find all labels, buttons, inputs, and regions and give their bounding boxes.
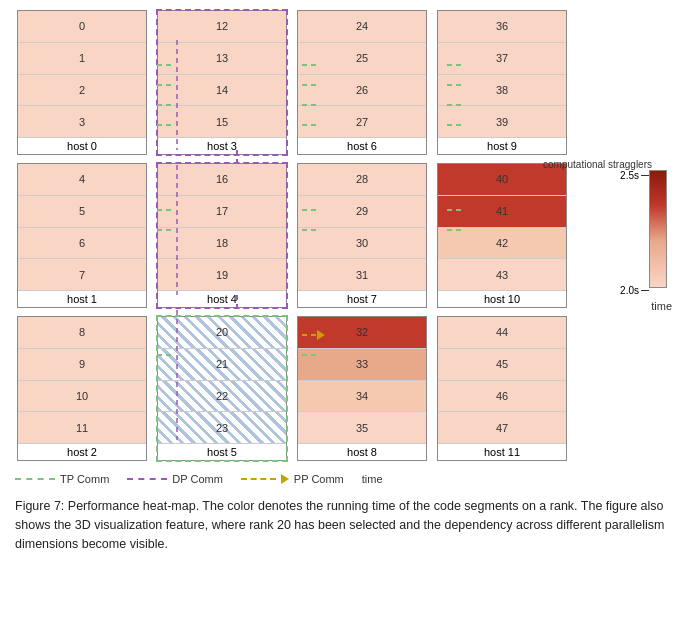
host-box-1: 4 5 6 7 host 1 [17,163,147,308]
host-box-5: 20 21 22 23 host 5 [157,316,287,461]
host-label-3: host 3 [158,137,286,154]
rank-9: 9 [18,349,146,381]
scale-tick-bottom: 2.0s [620,285,649,296]
legend-time: time [362,473,383,485]
legend: TP Comm DP Comm PP Comm time [10,473,674,485]
color-scale-bar [649,170,667,288]
rank-45: 45 [438,349,566,381]
scale-label-top: 2.5s [620,170,639,181]
host-box-7: 28 29 30 31 host 7 [297,163,427,308]
rank-19: 19 [158,259,286,290]
rank-38: 38 [438,75,566,107]
time-label: time [651,300,672,312]
dp-comm-label: DP Comm [172,473,223,485]
host-label-1: host 1 [18,290,146,307]
rank-20: 20 [158,317,286,349]
tp-comm-line [15,478,55,480]
rank-33: 33 [298,349,426,381]
host-label-9: host 9 [438,137,566,154]
rank-12: 12 [158,11,286,43]
legend-tp: TP Comm [15,473,109,485]
rank-34: 34 [298,381,426,413]
rank-39: 39 [438,106,566,137]
rank-4: 4 [18,164,146,196]
host-box-11: 44 45 46 47 host 11 [437,316,567,461]
rank-21: 21 [158,349,286,381]
rank-11: 11 [18,412,146,443]
legend-pp: PP Comm [241,473,344,485]
rank-47: 47 [438,412,566,443]
rank-24: 24 [298,11,426,43]
rank-41: 41 [438,196,566,228]
rank-31: 31 [298,259,426,290]
scale-label-bottom: 2.0s [620,285,639,296]
rank-29: 29 [298,196,426,228]
rank-10: 10 [18,381,146,413]
rank-28: 28 [298,164,426,196]
rank-1: 1 [18,43,146,75]
scale-tick-top: 2.5s [620,170,649,181]
host-label-11: host 11 [438,443,566,460]
host-box-2: 8 9 10 11 host 2 [17,316,147,461]
host-box-10: 40 41 42 43 host 10 [437,163,567,308]
rank-18: 18 [158,228,286,260]
host-grid: 0 1 2 3 host 0 12 13 14 15 host 3 24 25 … [17,10,672,461]
tp-comm-label: TP Comm [60,473,109,485]
rank-22: 22 [158,381,286,413]
host-label-2: host 2 [18,443,146,460]
host-box-0: 0 1 2 3 host 0 [17,10,147,155]
rank-8: 8 [18,317,146,349]
rank-13: 13 [158,43,286,75]
rank-27: 27 [298,106,426,137]
host-box-8: 32 33 34 35 host 8 [297,316,427,461]
rank-43: 43 [438,259,566,290]
host-box-6: 24 25 26 27 host 6 [297,10,427,155]
host-label-6: host 6 [298,137,426,154]
rank-36: 36 [438,11,566,43]
rank-16: 16 [158,164,286,196]
rank-0: 0 [18,11,146,43]
host-box-9: 36 37 38 39 host 9 [437,10,567,155]
stragglers-text: computational stragglers [543,159,652,170]
pp-comm-line [241,478,276,480]
rank-17: 17 [158,196,286,228]
rank-32: 32 [298,317,426,349]
host-box-3: 12 13 14 15 host 3 [157,10,287,155]
rank-46: 46 [438,381,566,413]
rank-26: 26 [298,75,426,107]
rank-23: 23 [158,412,286,443]
rank-7: 7 [18,259,146,290]
legend-dp: DP Comm [127,473,223,485]
rank-37: 37 [438,43,566,75]
host-label-10: host 10 [438,290,566,307]
rank-42: 42 [438,228,566,260]
rank-6: 6 [18,228,146,260]
time-axis-label: time [362,473,383,485]
rank-2: 2 [18,75,146,107]
rank-35: 35 [298,412,426,443]
rank-15: 15 [158,106,286,137]
host-label-7: host 7 [298,290,426,307]
rank-44: 44 [438,317,566,349]
pp-comm-arrow [281,474,289,484]
rank-5: 5 [18,196,146,228]
host-label-8: host 8 [298,443,426,460]
host-label-4: host 4 [158,290,286,307]
dp-comm-line [127,478,167,480]
rank-14: 14 [158,75,286,107]
pp-comm-label: PP Comm [294,473,344,485]
host-label-0: host 0 [18,137,146,154]
rank-30: 30 [298,228,426,260]
rank-25: 25 [298,43,426,75]
rank-3: 3 [18,106,146,137]
figure-caption: Figure 7: Performance heat-map. The colo… [10,497,674,553]
host-label-5: host 5 [158,443,286,460]
host-box-4: 16 17 18 19 host 4 [157,163,287,308]
